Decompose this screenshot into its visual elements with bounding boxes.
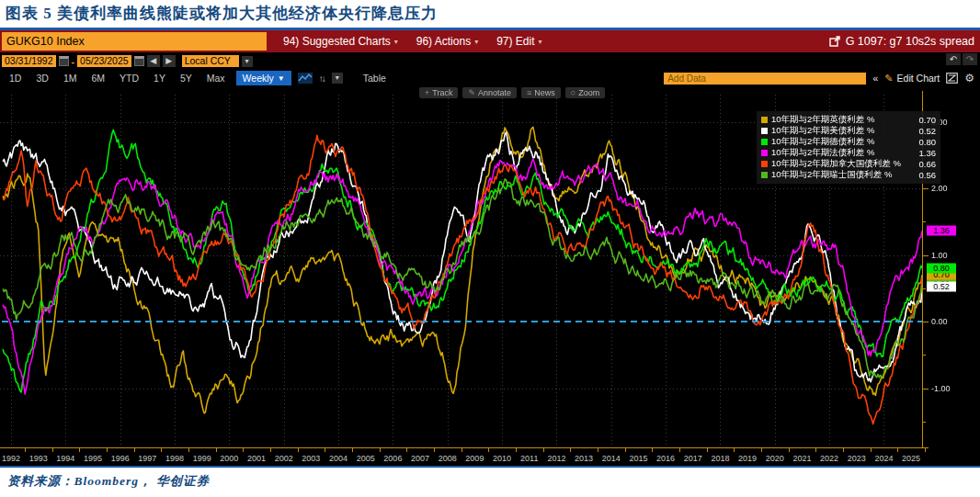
range-button-3d[interactable]: 3D <box>28 71 55 85</box>
terminal-panel: 03/31/1992 - 05/23/2025 ◀ ▶ Local CCY ▾ … <box>0 52 980 466</box>
currency-select[interactable]: Local CCY <box>182 55 239 67</box>
start-date-field[interactable]: 03/31/1992 <box>2 55 56 67</box>
figure-title: 图表 5 美债利率曲线熊陡或将加大其他经济体央行降息压力 <box>6 5 438 22</box>
legend-item-fr[interactable]: 10年期与2年期法债利差 %1.36 <box>761 147 936 158</box>
table-button[interactable]: Table <box>356 71 393 85</box>
tool-annotate-button[interactable]: ✎Annotate <box>462 87 517 98</box>
tool-zoom-button[interactable]: ○Zoom <box>565 87 605 98</box>
chart-id-label: G 1097: g7 10s2s spread <box>846 35 974 48</box>
x-axis-tick-label: 1993 <box>29 454 48 463</box>
legend-value: 0.66 <box>919 159 937 169</box>
source-note: 资料来源：Bloomberg， 华创证券 <box>7 474 210 488</box>
zoom-icon: ○ <box>571 88 575 97</box>
range-buttons: 1D3D1M6MYTD1Y5YMax <box>2 71 233 85</box>
edit-chart-button[interactable]: ✎ Edit Chart <box>884 73 940 85</box>
x-axis-tick-label: 1995 <box>84 454 102 463</box>
redo-button[interactable]: ↷ <box>963 53 977 65</box>
last-value-badge-us: 0.52 <box>927 282 956 292</box>
tool-news-button[interactable]: ≡News <box>521 87 561 98</box>
x-axis-tick-label: 2006 <box>383 454 402 463</box>
x-axis-tick-label: 2001 <box>247 454 266 463</box>
frequency-label: Weekly <box>243 73 274 84</box>
x-axis-tick-label: 2013 <box>575 454 593 463</box>
sort-axis-icon[interactable]: ↑↓ <box>319 73 325 84</box>
legend-item-uk[interactable]: 10年期与2年期英债利差 %0.70 <box>761 114 936 125</box>
x-axis-tick-label: 2000 <box>220 454 238 463</box>
undo-button[interactable]: ↶ <box>946 53 961 65</box>
range-button-5y[interactable]: 5Y <box>173 71 199 85</box>
legend-item-ca[interactable]: 10年期与2年期加拿大国债利差 %0.66 <box>761 158 936 169</box>
chart-legend: 10年期与2年期英债利差 %0.7010年期与2年期美债利差 %0.5210年期… <box>757 111 940 184</box>
range-button-1d[interactable]: 1D <box>2 71 28 85</box>
menu-item-suggested-charts[interactable]: 94) Suggested Charts▾ <box>283 35 398 48</box>
x-axis-tick-label: 2018 <box>711 454 729 463</box>
collapse-panel-icon[interactable]: « <box>872 73 878 84</box>
next-period-button[interactable]: ▶ <box>163 55 176 67</box>
security-bar: GUKG10 Index 94) Suggested Charts▾96) Ac… <box>0 30 980 52</box>
gear-icon[interactable]: ⚙ <box>964 72 974 85</box>
x-axis-tick-label: 1999 <box>193 454 211 463</box>
chart-id-group[interactable]: G 1097: g7 10s2s spread <box>829 35 980 48</box>
range-button-ytd[interactable]: YTD <box>112 71 146 85</box>
menu-item-actions[interactable]: 96) Actions▾ <box>416 35 478 48</box>
x-axis-tick-label: 2002 <box>275 454 293 463</box>
x-axis-tick-label: 2024 <box>874 454 893 463</box>
line-chart-type-icon[interactable] <box>298 73 313 84</box>
x-axis-tick-label: 2005 <box>357 454 375 463</box>
end-date-field[interactable]: 05/23/2025 <box>77 55 131 67</box>
x-axis-tick-label: 2021 <box>792 454 811 463</box>
chart-settings-icon[interactable] <box>946 73 958 84</box>
menu-item-edit[interactable]: 97) Edit▾ <box>496 35 541 48</box>
y-axis-tick-label: 2.00 <box>931 184 948 193</box>
undo-redo-group: ↶ ↷ <box>946 53 977 65</box>
legend-swatch <box>761 161 768 167</box>
track-icon: + <box>425 88 429 97</box>
legend-item-de[interactable]: 10年期与2年期德债利差 %0.80 <box>761 136 936 147</box>
x-axis-tick-label: 2015 <box>629 454 647 463</box>
chart-options-dropdown-icon[interactable]: ▾ <box>332 73 343 84</box>
x-axis-tick-label: 2011 <box>520 454 538 463</box>
chevron-down-icon: ▾ <box>474 38 478 46</box>
legend-item-us[interactable]: 10年期与2年期美债利差 %0.52 <box>761 125 936 136</box>
calendar-icon[interactable] <box>59 56 69 66</box>
figure-title-bar: 图表 5 美债利率曲线熊陡或将加大其他经济体央行降息压力 <box>0 0 980 28</box>
tool-track-button[interactable]: +Track <box>419 87 458 98</box>
chart-edit-group: Add Data « ✎ Edit Chart ⚙ <box>664 72 978 85</box>
legend-value: 0.80 <box>919 137 937 147</box>
prev-period-button[interactable]: ◀ <box>147 55 160 67</box>
x-axis-tick-label: 2019 <box>738 454 757 463</box>
x-axis-tick-label: 2020 <box>766 454 784 463</box>
add-data-input[interactable]: Add Data <box>664 73 866 85</box>
frequency-select[interactable]: Weekly ▼ <box>236 71 291 85</box>
legend-value: 0.52 <box>919 126 937 136</box>
chart-area[interactable]: +Track✎Annotate≡News○Zoom 10年期与2年期英债利差 %… <box>0 87 980 466</box>
range-button-max[interactable]: Max <box>199 71 233 85</box>
x-axis-tick-label: 1997 <box>138 454 156 463</box>
x-axis-tick-label: 2008 <box>439 454 457 463</box>
chevron-down-icon: ▾ <box>539 38 542 46</box>
range-button-6m[interactable]: 6M <box>84 71 112 85</box>
x-axis-tick-label: 2010 <box>493 454 511 463</box>
x-axis-tick-label: 2004 <box>329 454 348 463</box>
range-toolbar: 1D3D1M6MYTD1Y5YMax Weekly ▼ ↑↓ ▾ Table A… <box>0 69 980 87</box>
edit-chart-label: Edit Chart <box>897 73 940 84</box>
x-axis-tick-label: 2023 <box>848 454 866 463</box>
last-value-badge-de: 0.80 <box>927 264 956 274</box>
range-button-1y[interactable]: 1Y <box>146 71 173 85</box>
range-button-1m[interactable]: 1M <box>56 71 85 85</box>
x-axis-tick-label: 2025 <box>902 454 920 463</box>
x-axis-tick-label: 2014 <box>602 454 621 463</box>
ticker-field[interactable]: GUKG10 Index <box>2 32 267 51</box>
pencil-icon: ✎ <box>884 73 893 85</box>
export-icon[interactable] <box>829 36 840 47</box>
calendar-icon[interactable] <box>134 56 144 66</box>
legend-item-ch[interactable]: 10年期与2年期瑞士国债利差 %0.56 <box>761 169 936 180</box>
legend-swatch <box>761 117 768 123</box>
x-axis-tick-label: 2016 <box>656 454 675 463</box>
annotate-icon: ✎ <box>468 88 475 97</box>
currency-dropdown-icon[interactable]: ▾ <box>242 56 253 67</box>
y-axis-tick-label: 0.00 <box>931 317 948 326</box>
legend-label: 10年期与2年期瑞士国债利差 % <box>771 169 892 181</box>
x-axis-tick-label: 2009 <box>465 454 484 463</box>
last-value-badge-fr: 1.36 <box>927 226 956 236</box>
